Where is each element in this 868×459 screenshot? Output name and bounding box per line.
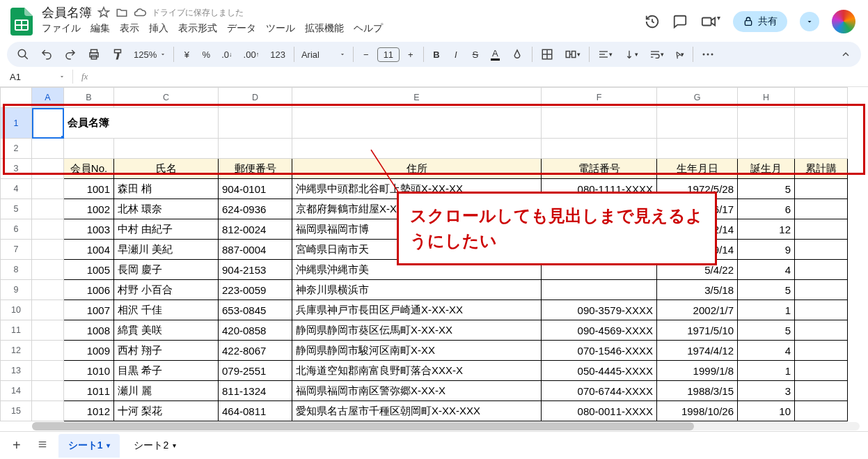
cell-b1[interactable]: 会員名簿 (64, 108, 219, 139)
cell[interactable] (795, 179, 848, 199)
cell-zip[interactable]: 887-0004 (219, 240, 292, 260)
cell-no[interactable]: 1006 (64, 280, 114, 300)
menu-extensions[interactable]: 拡張機能 (305, 22, 344, 35)
cell-name[interactable]: 綿貫 美咲 (114, 320, 219, 341)
cell[interactable] (32, 280, 64, 300)
print-icon[interactable] (84, 45, 104, 64)
cell[interactable] (542, 139, 657, 159)
menu-help[interactable]: ヘルプ (354, 22, 383, 35)
cell-addr[interactable]: 沖縄県沖縄市美 (292, 260, 542, 280)
cell-addr[interactable]: 福岡県福岡市博 (292, 219, 542, 240)
text-color-icon[interactable]: A (487, 45, 504, 64)
cell-addr[interactable]: 愛知県名古屋市千種区朝岡町X-XX-XXX (292, 401, 542, 421)
history-icon[interactable] (645, 14, 660, 29)
row-header[interactable]: 9 (1, 280, 32, 300)
cell-tel[interactable]: 090-3579-XXXX (542, 300, 657, 320)
cell[interactable] (32, 219, 64, 240)
cell-zip[interactable]: 904-2153 (219, 260, 292, 280)
paint-format-icon[interactable] (107, 45, 128, 64)
header-addr[interactable]: 住所 (292, 159, 542, 179)
row-header[interactable]: 11 (1, 320, 32, 341)
star-icon[interactable] (97, 6, 110, 19)
cell-name[interactable]: 森田 梢 (114, 179, 219, 199)
col-header-a[interactable]: A (32, 88, 64, 108)
cell-bd[interactable]: 2002/1/7 (657, 300, 738, 320)
row-header[interactable]: 13 (1, 361, 32, 381)
cell-name[interactable]: 瀬川 麗 (114, 381, 219, 401)
cell[interactable] (32, 139, 64, 159)
cell-zip[interactable]: 079-2551 (219, 361, 292, 381)
cell-name[interactable]: 北林 環奈 (114, 199, 219, 219)
select-all-corner[interactable] (1, 88, 32, 108)
cell-name[interactable]: 西村 翔子 (114, 341, 219, 361)
valign-icon[interactable]: ▾ (620, 45, 642, 63)
cell-bd[interactable]: 12/14 (657, 219, 738, 240)
cell-no[interactable]: 1008 (64, 320, 114, 341)
cell[interactable] (64, 139, 114, 159)
cell-a1[interactable] (32, 108, 64, 139)
cell-name[interactable]: 中村 由紀子 (114, 219, 219, 240)
cell-zip[interactable]: 653-0845 (219, 300, 292, 320)
cell-tel[interactable]: 080-1111-XXXX (542, 179, 657, 199)
redo-icon[interactable] (60, 45, 81, 64)
font-size-decrease[interactable]: − (358, 46, 374, 63)
font-select[interactable]: Arial (299, 49, 349, 60)
col-header-h[interactable]: H (738, 88, 795, 108)
cell[interactable] (795, 240, 848, 260)
row-header[interactable]: 6 (1, 219, 32, 240)
menu-insert[interactable]: 挿入 (149, 22, 168, 35)
cell-zip[interactable]: 422-8067 (219, 341, 292, 361)
cell[interactable] (219, 108, 292, 139)
cell-mon[interactable]: 4 (738, 260, 795, 280)
doc-title[interactable]: 会員名簿 (42, 4, 92, 21)
cell-zip[interactable]: 904-0101 (219, 179, 292, 199)
all-sheets-button[interactable] (31, 435, 54, 456)
header-zip[interactable]: 郵便番号 (219, 159, 292, 179)
cell-no[interactable]: 1003 (64, 219, 114, 240)
cell-mon[interactable]: 5 (738, 280, 795, 300)
cell-name[interactable]: 村野 小百合 (114, 280, 219, 300)
cell-tel[interactable] (542, 260, 657, 280)
increase-decimal-icon[interactable]: .00↑ (239, 46, 264, 63)
cell[interactable] (795, 341, 848, 361)
font-size-input[interactable]: 11 (377, 47, 400, 62)
cell[interactable] (795, 361, 848, 381)
cell-name[interactable]: 長岡 慶子 (114, 260, 219, 280)
header-mon[interactable]: 誕生月 (738, 159, 795, 179)
cell-tel[interactable]: 090-4444-XXXX (542, 199, 657, 219)
cell-addr[interactable]: 静岡県静岡市駿河区南町X-XX (292, 341, 542, 361)
cell-mon[interactable]: 5 (738, 320, 795, 341)
decrease-decimal-icon[interactable]: .0↓ (217, 46, 236, 63)
menu-edit[interactable]: 編集 (90, 22, 110, 35)
row-header[interactable]: 15 (1, 401, 32, 421)
comment-icon[interactable] (672, 14, 688, 29)
cell[interactable] (32, 401, 64, 421)
cell-tel[interactable] (542, 219, 657, 240)
italic-icon[interactable]: I (448, 46, 464, 63)
sheets-app-icon[interactable] (7, 7, 36, 36)
sheet-tab-2[interactable]: シート2▾ (124, 434, 186, 458)
cell[interactable] (795, 108, 848, 139)
cell-bd[interactable]: 1971/5/10 (657, 320, 738, 341)
more-icon[interactable] (697, 49, 718, 60)
cell[interactable] (292, 139, 542, 159)
cell[interactable] (32, 341, 64, 361)
share-dropdown[interactable] (800, 12, 819, 31)
cell-no[interactable]: 1010 (64, 361, 114, 381)
menu-format[interactable]: 表示形式 (178, 22, 217, 35)
cell[interactable] (32, 320, 64, 341)
cell[interactable] (795, 401, 848, 421)
share-button[interactable]: 共有 (733, 11, 787, 32)
cell-no[interactable]: 1001 (64, 179, 114, 199)
header-tel[interactable]: 電話番号 (542, 159, 657, 179)
zoom-select[interactable]: 125% (131, 49, 169, 60)
cell-tel[interactable]: 090-4569-XXXX (542, 320, 657, 341)
cell-tel[interactable] (542, 280, 657, 300)
more-formats[interactable]: 123 (266, 46, 290, 63)
cell[interactable] (32, 260, 64, 280)
col-header-f[interactable]: F (542, 88, 657, 108)
cell-addr[interactable]: 京都府舞鶴市紺屋X-X-X (292, 199, 542, 219)
cell[interactable] (32, 240, 64, 260)
row-header[interactable]: 7 (1, 240, 32, 260)
cell[interactable] (32, 159, 64, 179)
